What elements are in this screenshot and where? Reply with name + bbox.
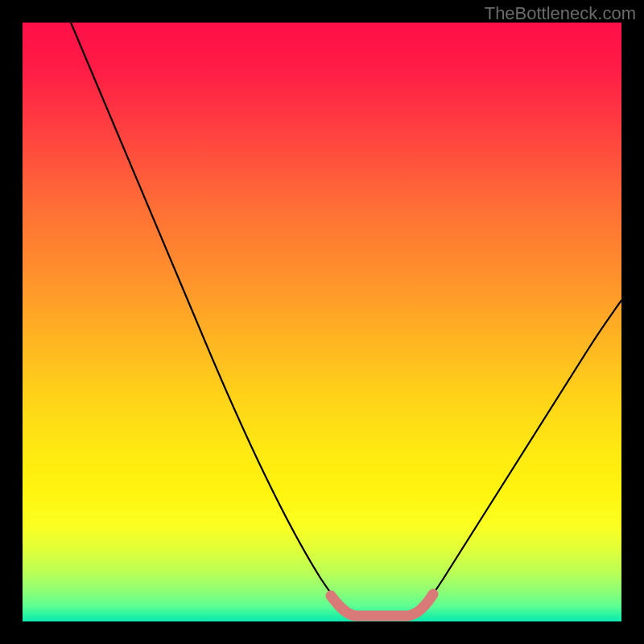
bottleneck-curve	[71, 23, 621, 616]
curve-layer	[23, 23, 621, 621]
highlight-band	[331, 594, 433, 616]
chart-frame: TheBottleneck.com	[0, 0, 644, 644]
watermark-text: TheBottleneck.com	[485, 3, 636, 24]
plot-area	[23, 23, 621, 621]
